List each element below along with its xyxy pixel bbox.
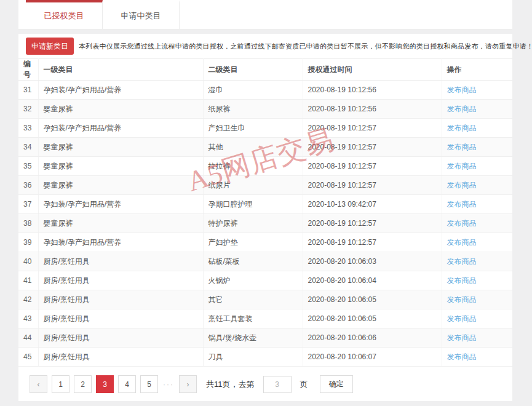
table-row: 45厨房/烹饪用具刀具2020-08-20 10:06:07发布商品 [18, 348, 512, 367]
publish-product-link[interactable]: 发布商品 [447, 162, 477, 170]
table-row: 31孕妇装/孕产妇用品/营养湿巾2020-08-19 10:12:56发布商品 [18, 81, 512, 100]
cell-id: 37 [18, 195, 38, 214]
cell-authorized-time: 2020-08-19 10:12:57 [303, 233, 442, 252]
table-row: 42厨房/烹饪用具其它2020-08-20 10:06:05发布商品 [18, 290, 512, 309]
table-row: 43厨房/烹饪用具烹饪工具套装2020-08-20 10:06:05发布商品 [18, 309, 512, 328]
cell-level2-category: 纸尿裤 [203, 100, 303, 119]
publish-product-link[interactable]: 发布商品 [447, 86, 477, 94]
publish-product-link[interactable]: 发布商品 [447, 257, 477, 266]
table-row: 35婴童尿裤拉拉裤2020-08-19 10:12:57发布商品 [18, 157, 512, 176]
cell-level1-category: 厨房/烹饪用具 [38, 348, 203, 367]
publish-product-link[interactable]: 发布商品 [447, 200, 477, 209]
tab-authorized-categories[interactable]: 已授权类目 [26, 0, 103, 29]
cell-operation: 发布商品 [442, 157, 512, 176]
cell-authorized-time: 2020-08-19 10:12:57 [303, 214, 442, 233]
page-button-3[interactable]: 3 [96, 375, 114, 393]
cell-level2-category: 产妇护垫 [203, 233, 303, 252]
cell-level2-category: 其它 [203, 290, 303, 309]
publish-product-link[interactable]: 发布商品 [447, 314, 477, 323]
main-panel: 申请新类目 本列表中仅展示您通过线上流程申请的类目授权，之前通过线下邮寄资质已申… [18, 34, 512, 401]
page-button-1[interactable]: 1 [52, 375, 69, 393]
cell-operation: 发布商品 [442, 195, 512, 214]
tab-bar: 已授权类目 申请中类目 [18, 0, 512, 30]
publish-product-link[interactable]: 发布商品 [447, 105, 477, 113]
cell-operation: 发布商品 [442, 81, 512, 100]
table-row: 36婴童尿裤纸尿片2020-08-19 10:12:57发布商品 [18, 176, 512, 195]
cell-operation: 发布商品 [442, 328, 512, 348]
cell-authorized-time: 2020-08-20 10:06:06 [303, 328, 442, 348]
cell-level2-category: 孕期口腔护理 [203, 195, 303, 214]
publish-product-link[interactable]: 发布商品 [447, 352, 477, 361]
header-level2-category: 二级类目 [203, 59, 303, 81]
cell-level2-category: 拉拉裤 [203, 157, 303, 176]
page-button-2[interactable]: 2 [74, 375, 92, 393]
table-row: 41厨房/烹饪用具火锅炉2020-08-20 10:06:04发布商品 [18, 271, 512, 290]
cell-level1-category: 婴童尿裤 [38, 157, 203, 176]
cell-level2-category: 湿巾 [203, 81, 303, 100]
table-row: 37孕妇装/孕产妇用品/营养孕期口腔护理2020-10-13 09:42:07发… [18, 195, 512, 214]
table-row: 40厨房/烹饪用具砧板/菜板2020-08-20 10:06:03发布商品 [18, 252, 512, 271]
publish-product-link[interactable]: 发布商品 [447, 238, 477, 247]
table-row: 38婴童尿裤特护尿裤2020-08-19 10:12:57发布商品 [18, 214, 512, 233]
cell-id: 34 [18, 138, 38, 157]
cell-id: 44 [18, 328, 38, 348]
apply-new-category-button[interactable]: 申请新类目 [26, 38, 74, 55]
cell-id: 40 [18, 252, 38, 271]
notice-text: 本列表中仅展示您通过线上流程申请的类目授权，之前通过线下邮寄资质已申请的类目暂不… [79, 42, 532, 51]
cell-level2-category: 刀具 [203, 348, 303, 367]
cell-authorized-time: 2020-08-19 10:12:57 [303, 138, 442, 157]
cell-operation: 发布商品 [442, 271, 512, 290]
publish-product-link[interactable]: 发布商品 [447, 276, 477, 285]
page-jump-input[interactable] [263, 376, 292, 393]
publish-product-link[interactable]: 发布商品 [447, 181, 477, 189]
header-level1-category: 一级类目 [38, 59, 203, 81]
cell-id: 39 [18, 233, 38, 252]
cell-operation: 发布商品 [442, 100, 512, 119]
page-button-5[interactable]: 5 [140, 375, 158, 393]
publish-product-link[interactable]: 发布商品 [447, 295, 477, 304]
tab-pending-categories[interactable]: 申请中类目 [103, 0, 180, 29]
page-suffix-label: 页 [300, 379, 308, 390]
table-row: 32婴童尿裤纸尿裤2020-08-19 10:12:56发布商品 [18, 100, 512, 119]
cell-authorized-time: 2020-08-19 10:12:57 [303, 119, 442, 138]
cell-authorized-time: 2020-08-19 10:12:57 [303, 176, 442, 195]
cell-operation: 发布商品 [442, 176, 512, 195]
publish-product-link[interactable]: 发布商品 [447, 143, 477, 151]
cell-id: 41 [18, 271, 38, 290]
cell-authorized-time: 2020-08-20 10:06:03 [303, 252, 442, 271]
cell-authorized-time: 2020-08-19 10:12:56 [303, 100, 442, 119]
cell-id: 42 [18, 290, 38, 309]
cell-operation: 发布商品 [442, 214, 512, 233]
cell-level1-category: 厨房/烹饪用具 [38, 290, 203, 309]
publish-product-link[interactable]: 发布商品 [447, 333, 477, 342]
table-body: 31孕妇装/孕产妇用品/营养湿巾2020-08-19 10:12:56发布商品3… [18, 81, 512, 367]
table-row: 34婴童尿裤其他2020-08-19 10:12:57发布商品 [18, 138, 512, 157]
cell-id: 36 [18, 176, 38, 195]
publish-product-link[interactable]: 发布商品 [447, 219, 477, 228]
cell-level2-category: 特护尿裤 [203, 214, 303, 233]
publish-product-link[interactable]: 发布商品 [447, 124, 477, 132]
page-button-4[interactable]: 4 [118, 375, 136, 393]
total-pages-label: 共11页，去第 [206, 379, 255, 390]
cell-level2-category: 烹饪工具套装 [203, 309, 303, 328]
cell-level2-category: 火锅炉 [203, 271, 303, 290]
next-page-button[interactable]: › [179, 375, 197, 393]
cell-operation: 发布商品 [442, 233, 512, 252]
cell-level1-category: 厨房/烹饪用具 [38, 309, 203, 328]
table-header-row: 编号 一级类目 二级类目 授权通过时间 操作 [18, 59, 512, 81]
cell-authorized-time: 2020-08-19 10:12:56 [303, 81, 442, 100]
prev-page-button[interactable]: ‹ [30, 375, 47, 393]
cell-id: 32 [18, 100, 38, 119]
header-operation: 操作 [442, 59, 512, 81]
page-buttons: 12345 [52, 375, 158, 393]
cell-level1-category: 厨房/烹饪用具 [38, 252, 203, 271]
cell-id: 31 [18, 81, 38, 100]
notice-bar: 申请新类目 本列表中仅展示您通过线上流程申请的类目授权，之前通过线下邮寄资质已申… [18, 34, 512, 58]
cell-level1-category: 婴童尿裤 [38, 176, 203, 195]
cell-level2-category: 纸尿片 [203, 176, 303, 195]
confirm-button[interactable]: 确定 [320, 375, 353, 393]
cell-level2-category: 锅具/煲/烧水壶 [203, 328, 303, 348]
header-authorized-time: 授权通过时间 [303, 59, 442, 81]
cell-id: 33 [18, 119, 38, 138]
cell-level1-category: 厨房/烹饪用具 [38, 328, 203, 348]
